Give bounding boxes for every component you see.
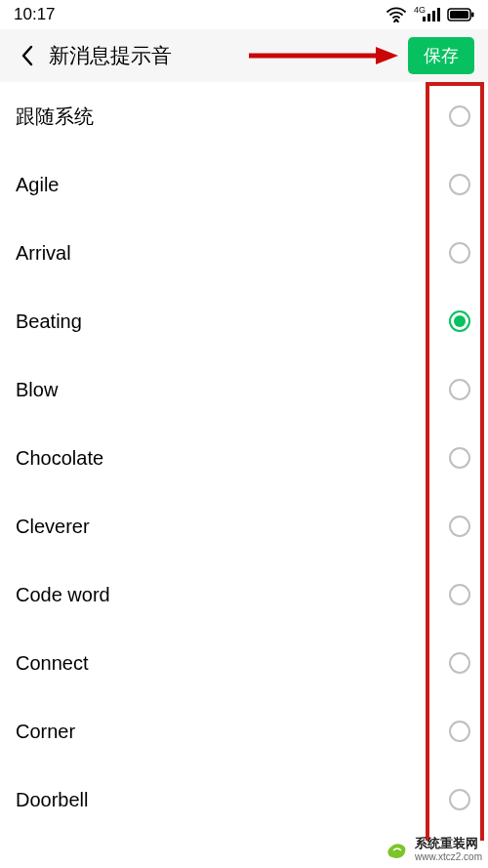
ringtone-label: Blow: [16, 379, 58, 401]
ringtone-label: Cleverer: [16, 516, 90, 538]
svg-rect-6: [450, 11, 468, 19]
ringtone-item[interactable]: Doorbell: [0, 765, 488, 834]
radio-button[interactable]: [449, 447, 470, 469]
chevron-left-icon: [20, 45, 34, 66]
ringtone-item[interactable]: Code word: [0, 560, 488, 629]
ringtone-label: Chocolate: [16, 447, 103, 470]
ringtone-label: Corner: [16, 721, 75, 743]
ringtone-item[interactable]: 跟随系统: [0, 82, 488, 150]
back-button[interactable]: [14, 42, 41, 69]
page-title: 新消息提示音: [49, 42, 172, 69]
logo-icon: [384, 837, 409, 862]
ringtone-label: Beating: [16, 310, 82, 333]
radio-button[interactable]: [449, 721, 470, 742]
watermark-url: www.xtcz2.com: [415, 851, 482, 862]
ringtone-item[interactable]: Arrival: [0, 219, 488, 287]
battery-icon: [447, 8, 474, 21]
ringtone-item[interactable]: Chocolate: [0, 424, 488, 492]
ringtone-list: 跟随系统AgileArrivalBeatingBlowChocolateClev…: [0, 82, 488, 868]
ringtone-label: Connect: [16, 652, 89, 675]
radio-button[interactable]: [449, 789, 470, 810]
svg-rect-2: [427, 14, 430, 21]
radio-button[interactable]: [449, 516, 470, 537]
svg-rect-4: [437, 8, 440, 21]
ringtone-item[interactable]: Beating: [0, 287, 488, 355]
ringtone-item[interactable]: Cleverer: [0, 492, 488, 560]
radio-button[interactable]: [449, 379, 470, 400]
svg-rect-1: [423, 17, 426, 21]
ringtone-item[interactable]: Connect: [0, 629, 488, 697]
ringtone-label: 跟随系统: [16, 103, 94, 130]
ringtone-label: Agile: [16, 174, 59, 196]
svg-rect-7: [471, 13, 474, 18]
ringtone-item[interactable]: Agile: [0, 150, 488, 219]
ringtone-item[interactable]: Blow: [0, 355, 488, 424]
radio-button[interactable]: [449, 242, 470, 264]
save-button[interactable]: 保存: [408, 37, 474, 74]
status-bar: 10:17 4G: [0, 0, 488, 29]
ringtone-label: Doorbell: [16, 789, 88, 811]
svg-point-0: [394, 19, 397, 21]
network-label: 4G: [414, 5, 426, 15]
header-bar: 新消息提示音 保存: [0, 29, 488, 82]
radio-button[interactable]: [449, 310, 470, 332]
radio-button[interactable]: [449, 584, 470, 605]
status-icons: 4G: [386, 7, 474, 22]
ringtone-item[interactable]: Corner: [0, 697, 488, 765]
status-time: 10:17: [14, 5, 56, 24]
radio-button[interactable]: [449, 652, 470, 674]
radio-button[interactable]: [449, 174, 470, 195]
watermark-title: 系统重装网: [415, 837, 482, 850]
svg-rect-3: [432, 11, 435, 21]
wifi-icon: [386, 7, 406, 22]
ringtone-label: Code word: [16, 584, 110, 606]
watermark: 系统重装网 www.xtcz2.com: [384, 837, 482, 862]
radio-button[interactable]: [449, 105, 470, 127]
ringtone-label: Arrival: [16, 242, 71, 265]
